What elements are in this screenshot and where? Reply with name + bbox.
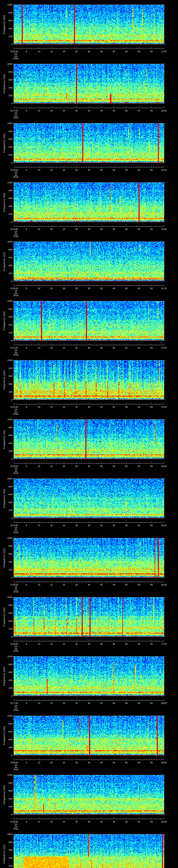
- x-tick-label: 35: [100, 643, 102, 645]
- x-tick-label: 5: [26, 524, 27, 527]
- x-start-time-label: 9:26:00: [10, 643, 18, 645]
- y-axis-title: Frequency (Hz): [3, 666, 5, 686]
- x-start-time-label: 9:18:00: [10, 169, 18, 172]
- x-tick-label: 10: [38, 50, 40, 53]
- x-tick-label: 55: [150, 287, 153, 290]
- y-tick-label: 200: [2, 450, 12, 453]
- x-tick-label: 35: [100, 346, 102, 349]
- spectrogram-canvas: [0, 716, 178, 775]
- x-tick-label: 20: [63, 228, 65, 230]
- y-tick-label: 400: [2, 738, 12, 741]
- x-tick-label: 25: [75, 406, 78, 408]
- y-axis-title: Frequency (Hz): [3, 74, 5, 93]
- x-tick-label: 40: [113, 643, 115, 645]
- x-start-time-label: 9:20:00: [10, 287, 18, 290]
- y-axis-title: Frequency (Hz): [3, 133, 5, 153]
- date-line: 2016: [13, 413, 19, 415]
- y-tick-label: 800: [2, 722, 12, 725]
- x-start-time-label: 9:23:00: [10, 465, 18, 467]
- x-tick-label: 40: [113, 702, 115, 705]
- x-tick-label: 30: [88, 702, 90, 705]
- x-end-time-label: 28:00: [161, 702, 167, 705]
- x-tick-label: 5: [26, 465, 27, 467]
- spectrogram-panel: Frequency (Hz)020040060080010009:29:0051…: [0, 775, 178, 834]
- x-tick-label: 10: [38, 702, 40, 705]
- x-start-time-label: 9:29:00: [10, 820, 18, 823]
- y-tick-label: 1000: [2, 241, 12, 243]
- date-line: 2016: [13, 57, 19, 60]
- x-tick-label: 40: [113, 50, 115, 53]
- x-tick-label: 5: [26, 584, 27, 586]
- x-tick-label: 45: [125, 228, 127, 230]
- y-tick-label: 1000: [2, 63, 12, 65]
- x-tick-label: 25: [75, 465, 78, 467]
- y-tick-label: 800: [2, 308, 12, 310]
- y-tick-label: 600: [2, 375, 12, 377]
- y-axis-title: Frequency (Hz): [3, 15, 5, 34]
- y-tick-label: 600: [2, 612, 12, 614]
- x-tick-label: 30: [88, 761, 90, 764]
- x-tick-label: 35: [100, 169, 102, 172]
- y-tick-label: 1000: [2, 774, 12, 776]
- y-tick-label: 0: [2, 813, 12, 816]
- x-tick-label: 35: [100, 702, 102, 705]
- y-axis-title: Frequency (Hz): [3, 252, 5, 271]
- y-tick-label: 1000: [2, 655, 12, 658]
- x-tick-label: 50: [138, 110, 140, 112]
- x-tick-label: 40: [113, 465, 115, 467]
- x-tick-label: 20: [63, 820, 65, 823]
- y-tick-label: 600: [2, 256, 12, 259]
- x-tick-label: 30: [88, 169, 90, 172]
- x-tick-label: 15: [50, 406, 53, 408]
- x-tick-label: 5: [26, 110, 27, 112]
- y-tick-label: 400: [2, 620, 12, 622]
- date-line: 2016: [13, 353, 19, 356]
- x-tick-label: 55: [150, 50, 153, 53]
- y-tick-label: 400: [2, 323, 12, 326]
- x-end-time-label: 25:00: [161, 524, 167, 527]
- spectrogram-canvas: [0, 123, 178, 182]
- x-tick-label: 20: [63, 169, 65, 172]
- x-tick-label: 20: [63, 584, 65, 586]
- y-tick-label: 800: [2, 663, 12, 666]
- y-tick-label: 200: [2, 627, 12, 630]
- x-tick-label: 45: [125, 820, 127, 823]
- y-tick-label: 200: [2, 746, 12, 749]
- x-tick-label: 15: [50, 761, 53, 764]
- x-tick-label: 50: [138, 465, 140, 467]
- x-tick-label: 35: [100, 761, 102, 764]
- y-tick-label: 200: [2, 391, 12, 393]
- x-tick-label: 55: [150, 228, 153, 230]
- x-tick-label: 30: [88, 228, 90, 230]
- x-tick-label: 30: [88, 643, 90, 645]
- y-tick-label: 0: [2, 339, 12, 342]
- x-start-time-label: 9:16:00: [10, 50, 18, 53]
- x-tick-label: 50: [138, 346, 140, 349]
- x-tick-label: 20: [63, 287, 65, 290]
- y-tick-label: 200: [2, 805, 12, 808]
- x-end-time-label: 26:00: [161, 584, 167, 586]
- spectrogram-canvas: [0, 775, 178, 834]
- y-axis-title: Frequency (Hz): [3, 785, 5, 804]
- spectrogram-canvas: [0, 242, 178, 301]
- x-start-time-label: 9:27:00: [10, 702, 18, 705]
- x-tick-label: 55: [150, 110, 153, 112]
- x-end-time-label: 22:00: [161, 346, 167, 349]
- x-tick-label: 25: [75, 584, 78, 586]
- y-tick-label: 400: [2, 501, 12, 504]
- date-line: 2016: [13, 531, 19, 534]
- x-end-time-label: 20:00: [161, 228, 167, 230]
- spectrogram-panel: Frequency (Hz)020040060080010009:23:0051…: [0, 420, 178, 478]
- y-tick-label: 0: [2, 399, 12, 401]
- x-tick-label: 45: [125, 524, 127, 527]
- x-tick-label: 30: [88, 820, 90, 823]
- y-tick-label: 600: [2, 849, 12, 851]
- x-tick-label: 45: [125, 643, 127, 645]
- spectrogram-canvas: [0, 538, 178, 597]
- spectrogram-panel: Frequency (Hz)020040060080010009:18:0051…: [0, 123, 178, 182]
- date-line: 2016: [13, 709, 19, 711]
- y-tick-label: 0: [2, 754, 12, 757]
- x-tick-label: 5: [26, 169, 27, 172]
- date-line: 2016: [13, 116, 19, 119]
- y-tick-label: 200: [2, 94, 12, 97]
